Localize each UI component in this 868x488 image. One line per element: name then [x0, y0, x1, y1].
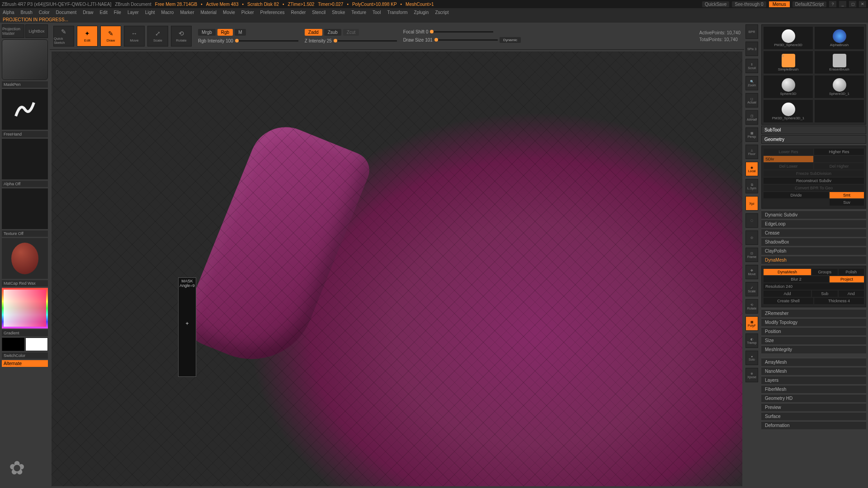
blur-slider[interactable]: Blur 2 — [764, 276, 829, 282]
close-icon[interactable]: ✕ — [859, 1, 866, 7]
transparency-button[interactable]: ◌ — [745, 213, 758, 228]
move-view-button[interactable]: ✥Move — [745, 265, 758, 279]
quicksave-button[interactable]: QuickSave — [702, 1, 729, 7]
brush-selector[interactable] — [2, 39, 48, 80]
reconstruct-subdiv-button[interactable]: Reconstruct Subdiv — [764, 178, 864, 184]
rgb-intensity-slider[interactable] — [235, 40, 298, 42]
alpha-selector[interactable] — [2, 139, 48, 179]
position-section[interactable]: Position — [761, 327, 866, 335]
geometry-hd-section[interactable]: Geometry HD — [761, 394, 866, 402]
tool-pm3d-sphere-1[interactable]: PM3D_Sphere3D_1 — [764, 100, 813, 122]
seethrough-slider[interactable]: See-through 0 — [732, 1, 766, 7]
bpr-button[interactable]: BPR — [745, 24, 758, 39]
canvas-viewport[interactable]: MASK Angle=9 + — [52, 52, 742, 486]
rotate-view-button[interactable]: ⟲Rotate — [745, 299, 758, 314]
convert-bpr-button[interactable]: Convert BPR To Geo — [764, 185, 864, 191]
zcut-button[interactable]: Zcut — [343, 29, 359, 36]
ghost-button[interactable]: ◎ — [745, 230, 758, 245]
tool-sphere3d-1[interactable]: Sphere3D_1 — [815, 75, 864, 98]
menu-macro[interactable]: Macro — [161, 10, 174, 15]
zsub-button[interactable]: Zsub — [324, 29, 341, 36]
fibermesh-section[interactable]: FiberMesh — [761, 385, 866, 393]
tool-eraserbrush[interactable]: EraserBrush — [815, 51, 864, 74]
menu-material[interactable]: Material — [201, 10, 217, 15]
minimize-icon[interactable]: _ — [839, 1, 846, 7]
draw-size-slider[interactable] — [434, 39, 498, 41]
rgb-button[interactable]: Rgb — [217, 29, 233, 36]
focal-shift-slider[interactable] — [430, 31, 493, 33]
menu-transform[interactable]: Transform — [387, 10, 407, 15]
quicksketch-button[interactable]: ✎Quick Sketch — [53, 26, 74, 47]
stroke-selector[interactable] — [2, 89, 48, 130]
lower-res-button[interactable]: Lower Res — [764, 149, 813, 155]
del-lower-button[interactable]: Del Lower — [764, 163, 813, 169]
layers-section[interactable]: Layers — [761, 376, 866, 384]
dynamic-button[interactable]: Dynamic — [500, 37, 521, 43]
modify-topology-section[interactable]: Modify Topology — [761, 318, 866, 326]
surface-section[interactable]: Surface — [761, 412, 866, 420]
zadd-button[interactable]: Zadd — [305, 29, 322, 36]
project-button[interactable]: Project — [830, 276, 864, 282]
edit-button[interactable]: ✦Edit — [77, 26, 98, 47]
higher-res-button[interactable]: Higher Res — [814, 149, 864, 155]
suv-button[interactable]: Suv — [830, 199, 864, 206]
scale-view-button[interactable]: ⤢Scale — [745, 282, 758, 296]
actual-button[interactable]: ◻Actual — [745, 93, 758, 108]
maximize-icon[interactable]: ◻ — [849, 1, 856, 7]
mesh-integrity-section[interactable]: MeshIntegrity — [761, 345, 866, 353]
menu-color[interactable]: Color — [39, 10, 50, 15]
tool-simplebrush[interactable]: SSimpleBrush — [764, 51, 813, 74]
menu-edit[interactable]: Edit — [100, 10, 108, 15]
menu-preferences[interactable]: Preferences — [260, 10, 285, 15]
menu-render[interactable]: Render — [291, 10, 306, 15]
texture-selector[interactable] — [2, 188, 48, 229]
alternate-button[interactable]: Alternate — [2, 360, 48, 367]
menu-movie[interactable]: Movie — [223, 10, 235, 15]
projection-master-button[interactable]: Projection Master — [2, 24, 24, 38]
menu-brush[interactable]: Brush — [21, 10, 33, 15]
menu-zplugin[interactable]: Zplugin — [414, 10, 429, 15]
help-icon[interactable]: ? — [829, 1, 836, 7]
edgeloop-section[interactable]: EdgeLoop — [761, 220, 866, 228]
aahalf-button[interactable]: ◫AAHalf — [745, 110, 758, 125]
claypolish-section[interactable]: ClayPolish — [761, 247, 866, 255]
geometry-header[interactable]: Geometry — [761, 135, 866, 144]
menu-stroke[interactable]: Stroke — [332, 10, 345, 15]
crease-section[interactable]: Crease — [761, 229, 866, 237]
polyf-button[interactable]: ▦PolyF — [745, 316, 758, 331]
menu-texture[interactable]: Texture — [351, 10, 366, 15]
tool-pm3d-sphere[interactable]: PM3D_Sphere3D — [764, 27, 813, 49]
material-selector[interactable] — [2, 238, 48, 279]
menu-light[interactable]: Light — [145, 10, 155, 15]
lsym-button[interactable]: ⧉L.Sym — [745, 179, 758, 193]
freeze-subdiv-button[interactable]: Freeze SubDivision — [764, 170, 864, 177]
zremesher-section[interactable]: ZRemesher — [761, 309, 866, 317]
xpose-button[interactable]: ※Xpose — [745, 368, 758, 382]
zoom-button[interactable]: 🔍Zoom — [745, 76, 758, 90]
menu-marker[interactable]: Marker — [180, 10, 194, 15]
solo-button[interactable]: ●Solo — [745, 351, 758, 365]
menu-zscript[interactable]: Zscript — [435, 10, 448, 15]
m-button[interactable]: M — [235, 29, 245, 36]
menu-stencil[interactable]: Stencil — [312, 10, 326, 15]
menu-file[interactable]: File — [114, 10, 121, 15]
transp-button[interactable]: ◐Transp — [745, 333, 758, 348]
menu-alpha[interactable]: Alpha — [3, 10, 14, 15]
menu-layer[interactable]: Layer — [127, 10, 139, 15]
spix-button[interactable]: SPix 3 — [745, 42, 758, 56]
scale-button[interactable]: ⤢Scale — [147, 26, 168, 47]
and-button[interactable]: And — [839, 291, 864, 297]
tool-sphere3d[interactable]: Sphere3D — [764, 75, 813, 98]
frame-button[interactable]: ⊡Frame — [745, 248, 758, 262]
persp-button[interactable]: ▦Persp — [745, 127, 758, 142]
mrgb-button[interactable]: Mrgb — [198, 29, 216, 36]
menu-picker[interactable]: Picker — [241, 10, 254, 15]
deformation-section[interactable]: Deformation — [761, 421, 866, 429]
resolution-slider[interactable]: Resolution 240 — [764, 283, 864, 290]
subtool-header[interactable]: SubTool — [761, 126, 866, 134]
shadowbox-section[interactable]: ShadowBox — [761, 238, 866, 246]
dynamesh-section[interactable]: DynaMesh — [761, 256, 866, 264]
divide-button[interactable]: Divide — [764, 192, 829, 198]
preview-section[interactable]: Preview — [761, 403, 866, 411]
arraymesh-section[interactable]: ArrayMesh — [761, 358, 866, 366]
